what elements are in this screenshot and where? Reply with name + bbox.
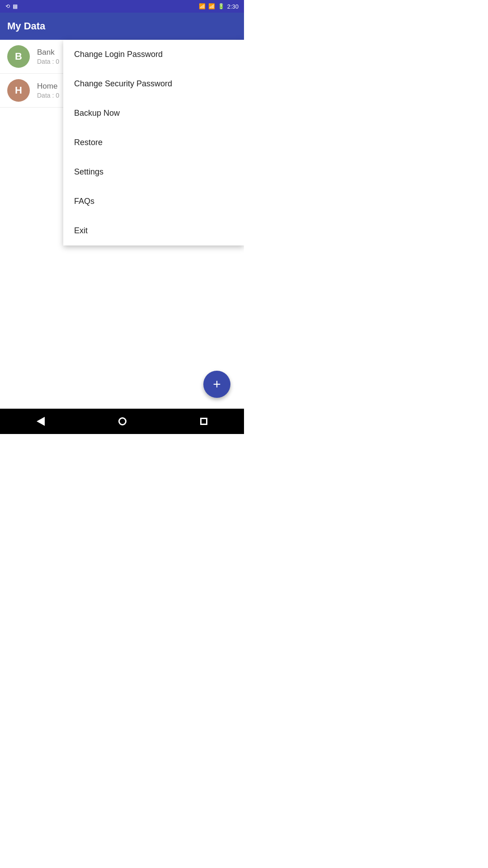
main-content: B Bank Data : 0 H Home Data : 0 Change L… xyxy=(0,40,244,434)
nav-home-icon xyxy=(118,417,127,425)
status-bar: ⟲ ▩ 📶 📶 🔋 2:30 xyxy=(0,0,244,13)
battery-icon: 🔋 xyxy=(218,3,225,9)
dropdown-menu: Change Login Password Change Security Pa… xyxy=(63,40,244,245)
menu-item-change-login-password[interactable]: Change Login Password xyxy=(63,40,244,69)
nav-bar xyxy=(0,409,244,434)
menu-item-restore[interactable]: Restore xyxy=(63,128,244,157)
status-bar-right: 📶 📶 🔋 2:30 xyxy=(199,3,239,10)
menu-item-faqs[interactable]: FAQs xyxy=(63,187,244,216)
status-bar-left: ⟲ ▩ xyxy=(5,3,18,9)
menu-item-exit[interactable]: Exit xyxy=(63,216,244,245)
nav-recent-button[interactable] xyxy=(191,413,216,429)
nav-recent-icon xyxy=(200,418,207,425)
sd-card-icon: ▩ xyxy=(13,3,18,9)
fab-add-button[interactable]: + xyxy=(203,371,230,398)
sync-icon: ⟲ xyxy=(5,3,10,9)
menu-item-settings[interactable]: Settings xyxy=(63,157,244,187)
nav-back-icon xyxy=(37,417,45,426)
wifi-icon: 📶 xyxy=(199,3,206,9)
nav-home-button[interactable] xyxy=(109,413,136,430)
menu-item-change-security-password[interactable]: Change Security Password xyxy=(63,69,244,99)
signal-icon: 📶 xyxy=(208,3,215,9)
nav-back-button[interactable] xyxy=(28,412,54,430)
menu-item-backup-now[interactable]: Backup Now xyxy=(63,99,244,128)
app-title: My Data xyxy=(7,20,45,32)
status-time: 2:30 xyxy=(227,3,239,10)
app-bar: My Data xyxy=(0,13,244,40)
dim-overlay xyxy=(0,40,63,409)
